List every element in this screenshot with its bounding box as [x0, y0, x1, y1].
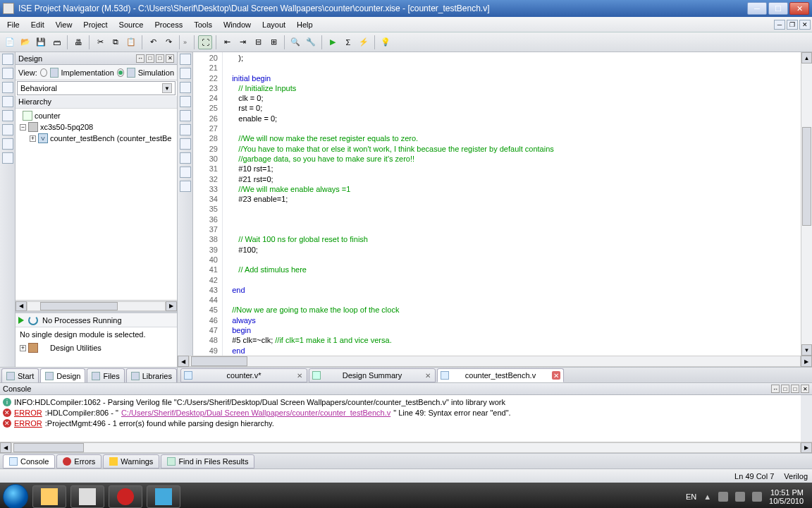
undo-button[interactable]: ↶: [146, 35, 160, 49]
ed-gutter-6[interactable]: [180, 124, 191, 135]
ed-gutter-9[interactable]: [180, 167, 191, 178]
simulation-radio[interactable]: [117, 68, 124, 77]
task-explorer[interactable]: [32, 485, 66, 508]
gutter-btn-7[interactable]: [2, 138, 13, 150]
ed-gutter-5[interactable]: [180, 110, 191, 121]
tab-libraries[interactable]: Libraries: [126, 368, 177, 382]
editor-tab-testbench[interactable]: counter_testBench.v ✕: [437, 368, 564, 382]
run-button[interactable]: ▶: [326, 35, 340, 49]
ed-gutter-2[interactable]: [180, 68, 191, 79]
ed-gutter-1[interactable]: [180, 54, 191, 65]
implement-button[interactable]: ⚡: [357, 35, 371, 49]
panel-close-button[interactable]: ✕: [166, 54, 174, 63]
menu-help[interactable]: Help: [291, 18, 319, 31]
hierarchy-tree[interactable]: counter − xc3s50-5pq208 + V counter_test…: [16, 109, 177, 300]
mdi-restore-button[interactable]: ❐: [787, 20, 798, 30]
save-button[interactable]: 💾: [34, 35, 48, 49]
editor-h-scrollbar[interactable]: ◀ ▶: [178, 356, 812, 367]
ed-gutter-4[interactable]: [180, 96, 191, 107]
ed-gutter-10[interactable]: [180, 181, 191, 192]
design-utilities-label[interactable]: Design Utilities: [50, 344, 102, 352]
tree-device[interactable]: xc3s50-5pq208: [40, 123, 93, 131]
close-button[interactable]: ✕: [789, 2, 809, 15]
gutter-btn-1[interactable]: [2, 54, 13, 65]
tray-icon-1[interactable]: [718, 492, 728, 502]
console-max-button[interactable]: □: [791, 385, 799, 393]
console-output[interactable]: iINFO:HDLCompiler:1062 - Parsing Verilog…: [0, 395, 812, 442]
gutter-btn-4[interactable]: [2, 96, 13, 107]
menu-source[interactable]: Source: [113, 18, 149, 31]
console-tab-warnings[interactable]: Warnings: [103, 454, 159, 468]
tray-icon-2[interactable]: [735, 492, 745, 502]
close-tab-icon[interactable]: ✕: [552, 371, 560, 380]
start-button[interactable]: [3, 484, 28, 508]
tree-project[interactable]: counter: [35, 111, 61, 120]
tab-design[interactable]: Design: [40, 368, 85, 382]
menu-window[interactable]: Window: [218, 18, 257, 31]
ed-gutter-7[interactable]: [180, 138, 191, 150]
menu-view[interactable]: View: [50, 18, 78, 31]
zoom-fit-button[interactable]: ⛶: [198, 35, 212, 49]
input-language[interactable]: EN: [686, 492, 696, 501]
simulation-mode-combo[interactable]: Behavioral ▼: [17, 81, 176, 95]
help-button[interactable]: 💡: [379, 35, 393, 49]
menu-layout[interactable]: Layout: [257, 18, 291, 31]
run-all-button[interactable]: Σ: [341, 35, 355, 49]
console-tab-console[interactable]: Console: [3, 454, 55, 468]
panel-pin-button[interactable]: □: [146, 54, 154, 63]
tab-start[interactable]: Start: [1, 368, 39, 382]
open-button[interactable]: 📂: [18, 35, 32, 49]
console-tab-find[interactable]: Find in Files Results: [161, 454, 254, 468]
run-process-icon[interactable]: [18, 317, 24, 324]
close-tab-icon[interactable]: ✕: [424, 371, 432, 380]
console-close-button[interactable]: ✕: [801, 385, 809, 393]
indent-right-button[interactable]: ⇥: [235, 35, 250, 49]
refresh-icon[interactable]: [28, 315, 38, 325]
console-float-button[interactable]: ↔: [771, 385, 780, 393]
tray-volume-icon[interactable]: [752, 492, 762, 502]
mdi-close-button[interactable]: ✕: [799, 20, 811, 30]
tree-h-scrollbar[interactable]: ◀▶: [16, 300, 177, 311]
gutter-btn-3[interactable]: [2, 82, 13, 93]
task-ise[interactable]: [147, 485, 180, 508]
console-h-scrollbar[interactable]: ◀ ▶: [0, 442, 812, 453]
ed-gutter-8[interactable]: [180, 152, 191, 164]
menu-file[interactable]: File: [1, 18, 25, 31]
minimize-button[interactable]: ─: [747, 2, 767, 15]
editor-tab-counter[interactable]: counter.v* ✕: [180, 368, 307, 382]
tree-expand-testbench[interactable]: +: [30, 135, 36, 142]
cut-button[interactable]: ✂: [93, 35, 107, 49]
panel-float-button[interactable]: ↔: [136, 54, 144, 63]
tab-files[interactable]: Files: [87, 368, 124, 382]
editor-v-scrollbar[interactable]: ▲▼: [801, 52, 812, 356]
new-button[interactable]: 📄: [3, 35, 17, 49]
console-v-scrollbar[interactable]: [801, 395, 812, 442]
implementation-radio[interactable]: [40, 68, 47, 77]
gutter-btn-6[interactable]: [2, 124, 13, 135]
menu-tools[interactable]: Tools: [188, 18, 218, 31]
task-opera[interactable]: [109, 485, 142, 508]
menu-edit[interactable]: Edit: [25, 18, 50, 31]
indent-left-button[interactable]: ⇤: [220, 35, 234, 49]
panel-max-button[interactable]: □: [156, 54, 164, 63]
redo-button[interactable]: ↷: [161, 35, 176, 49]
comment-button[interactable]: ⊟: [251, 35, 265, 49]
ed-gutter-3[interactable]: [180, 82, 191, 93]
tree-expand-utilities[interactable]: +: [20, 345, 26, 351]
menu-project[interactable]: Project: [78, 18, 113, 31]
tray-expand-icon[interactable]: ▲: [703, 492, 711, 501]
copy-button[interactable]: ⧉: [109, 35, 123, 49]
mdi-minimize-button[interactable]: ─: [774, 20, 785, 30]
maximize-button[interactable]: ☐: [768, 2, 788, 15]
code-editor[interactable]: ); initial begin // Initialize Inputs cl…: [223, 52, 801, 356]
console-tab-errors[interactable]: Errors: [56, 454, 102, 468]
toolbar-overflow-icon[interactable]: »: [183, 39, 190, 46]
console-pin-button[interactable]: □: [781, 385, 789, 393]
menu-process[interactable]: Process: [149, 18, 188, 31]
close-tab-icon[interactable]: ✕: [295, 371, 304, 380]
gutter-btn-8[interactable]: [2, 152, 13, 164]
print-button[interactable]: 🖶: [71, 35, 85, 49]
paste-button[interactable]: 📋: [124, 35, 138, 49]
taskbar-clock[interactable]: 10:51 PM 10/5/2010: [769, 488, 804, 505]
save-all-button[interactable]: 🗃: [49, 35, 63, 49]
